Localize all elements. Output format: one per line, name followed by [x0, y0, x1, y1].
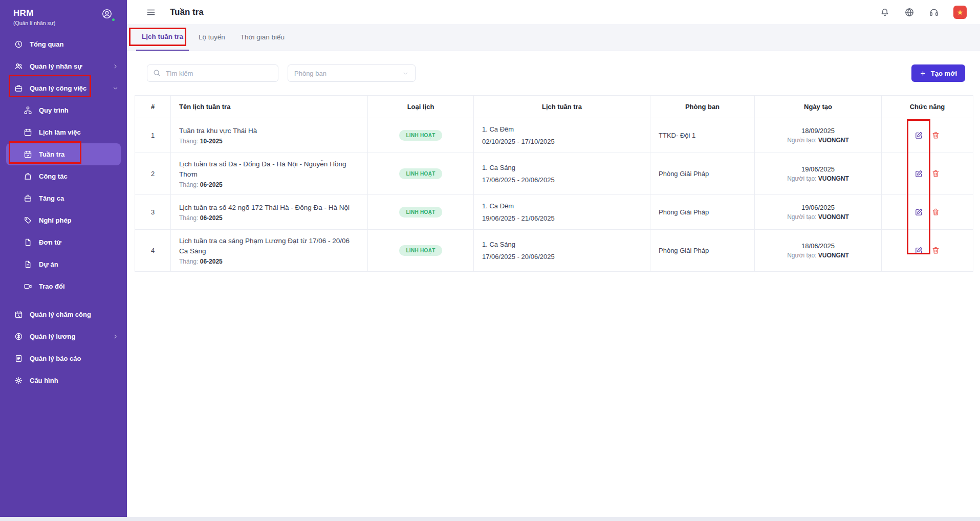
sidebar-item-quan-ly-cham-cong[interactable]: Quản lý chấm công — [0, 303, 127, 325]
sidebar-item-quan-ly-nhan-su[interactable]: Quản lý nhân sự — [0, 55, 127, 77]
edit-icon — [914, 208, 923, 216]
row-schedule-cell: 1. Ca Sáng 17/06/2025 - 20/06/2025 — [474, 230, 650, 272]
date-range: 02/10/2025 - 17/10/2025 — [482, 137, 642, 147]
schedule-name[interactable]: Tuần tra khu vực Thái Hà — [179, 126, 359, 136]
row-schedule-cell: 1. Ca Đêm 02/10/2025 - 17/10/2025 — [474, 118, 650, 153]
created-date: 18/09/2025 — [763, 127, 873, 135]
chevron-down-icon — [402, 70, 409, 77]
trash-icon — [931, 208, 940, 216]
row-actions-cell — [882, 153, 973, 195]
chevron-right-icon — [112, 333, 119, 340]
created-date: 19/06/2025 — [763, 204, 873, 211]
sidebar-item-label: Cấu hình — [30, 377, 58, 384]
schedule-name[interactable]: Lịch tuần tra ca sáng Phạm Lương Đạt từ … — [179, 236, 359, 256]
sidebar-item-label: Quản lý nhân sự — [30, 62, 82, 70]
online-status-dot — [111, 17, 116, 22]
tab-lo-tuyen[interactable]: Lộ tuyến — [193, 24, 231, 51]
sidebar-item-label: Tuần tra — [39, 150, 64, 158]
row-type-cell: LINH HOẠT — [368, 118, 474, 153]
department-select[interactable]: Phòng ban — [288, 64, 416, 82]
chevron-right-icon — [112, 63, 119, 70]
sidebar-item-don-tu[interactable]: Đơn từ — [0, 231, 127, 253]
month-label: Tháng: — [179, 138, 198, 145]
creator-line: Người tạo: VUONGNT — [763, 252, 873, 259]
tab-lich-tuan-tra[interactable]: Lịch tuần tra — [136, 24, 189, 51]
sidebar-item-quan-ly-bao-cao[interactable]: Quản lý báo cáo — [0, 348, 127, 370]
shift-name: 1. Ca Sáng — [482, 163, 642, 173]
sidebar-item-nghi-phep[interactable]: Nghỉ phép — [0, 209, 127, 231]
schedule-name[interactable]: Lịch tuần tra số 42 ngõ 172 Thái Hà - Đố… — [179, 203, 359, 213]
edit-button[interactable] — [914, 208, 923, 216]
sidebar-item-label: Tăng ca — [39, 194, 64, 202]
sidebar-item-quan-ly-cong-viec[interactable]: Quản lý công việc — [0, 77, 127, 99]
sidebar-item-cau-hinh[interactable]: Cấu hình — [0, 370, 127, 392]
row-created-cell: 18/09/2025 Người tạo: VUONGNT — [755, 118, 882, 153]
schedule-month: Tháng: 06-2025 — [179, 258, 359, 265]
row-name-cell: Lịch tuần tra số 42 ngõ 172 Thái Hà - Đố… — [171, 195, 368, 230]
tab-thoi-gian-bieu[interactable]: Thời gian biểu — [235, 24, 290, 51]
delete-button[interactable] — [931, 208, 940, 216]
row-name-cell: Tuần tra khu vực Thái Hà Tháng: 10-2025 — [171, 118, 368, 153]
sidebar-item-quan-ly-luong[interactable]: Quản lý lương — [0, 325, 127, 348]
shift-name: 1. Ca Đêm — [482, 201, 642, 211]
edit-button[interactable] — [914, 131, 923, 140]
sidebar-item-cong-tac[interactable]: Công tác — [0, 165, 127, 187]
sidebar-item-tong-quan[interactable]: Tổng quan — [0, 33, 127, 55]
sidebar-item-tang-ca[interactable]: Tăng ca — [0, 187, 127, 209]
row-department: Phòng Giải Pháp — [650, 230, 755, 272]
type-badge: LINH HOẠT — [399, 168, 442, 179]
date-range: 19/06/2025 - 21/06/2025 — [482, 213, 642, 224]
support-headset-icon[interactable] — [929, 7, 939, 17]
bell-icon[interactable] — [880, 7, 890, 17]
edit-button[interactable] — [914, 169, 923, 178]
create-button[interactable]: Tạo mới — [911, 64, 965, 82]
row-type-cell: LINH HOẠT — [368, 230, 474, 272]
department-select-placeholder: Phòng ban — [294, 70, 326, 77]
sidebar-item-lich-lam-viec[interactable]: Lịch làm việc — [0, 121, 127, 143]
col-department: Phòng ban — [650, 96, 755, 118]
sidebar-item-label: Trao đổi — [39, 283, 65, 290]
workflow-icon — [24, 106, 32, 115]
main-area: Tuần tra ★ Lịch tuần tra Lộ tuyến Thời g… — [127, 0, 980, 517]
vietnam-flag-icon[interactable]: ★ — [953, 6, 967, 19]
row-created-cell: 19/06/2025 Người tạo: VUONGNT — [755, 153, 882, 195]
sidebar-item-trao-doi[interactable]: Trao đổi — [0, 275, 127, 297]
delete-button[interactable] — [931, 246, 940, 255]
sidebar-item-du-an[interactable]: Dự án — [0, 253, 127, 275]
creator-label: Người tạo: — [787, 252, 816, 259]
edit-button[interactable] — [914, 246, 923, 255]
app-subtitle: (Quản lí nhân sự) — [13, 20, 55, 26]
table-row: 2 Lịch tuần tra số Đa - Đống Đa - Hà Nội… — [135, 153, 973, 195]
creator-line: Người tạo: VUONGNT — [763, 137, 873, 144]
col-schedule: Lịch tuần tra — [474, 96, 650, 118]
sidebar-item-quy-trinh[interactable]: Quy trình — [0, 99, 127, 121]
page-title: Tuần tra — [170, 7, 204, 17]
briefcase-icon — [14, 84, 23, 93]
row-name-cell: Lịch tuần tra số Đa - Đống Đa - Hà Nội -… — [171, 153, 368, 195]
sidebar-item-label: Quy trình — [39, 106, 69, 114]
globe-icon[interactable] — [904, 7, 914, 17]
user-avatar[interactable] — [101, 8, 115, 21]
hamburger-menu-icon[interactable] — [146, 7, 156, 17]
calendar-check-icon — [24, 150, 32, 159]
type-badge: LINH HOẠT — [399, 207, 442, 218]
content-panel: Phòng ban Tạo mới # Tên lịch tuần tra Lo… — [127, 51, 980, 517]
month-label: Tháng: — [179, 214, 198, 222]
table-row: 3 Lịch tuần tra số 42 ngõ 172 Thái Hà - … — [135, 195, 973, 230]
date-range: 17/06/2025 - 20/06/2025 — [482, 252, 642, 262]
calendar-icon — [24, 128, 32, 137]
sidebar-item-label: Quản lý lương — [30, 333, 75, 340]
row-index: 1 — [135, 118, 171, 153]
month-value: 10-2025 — [200, 138, 223, 145]
schedule-name[interactable]: Lịch tuần tra số Đa - Đống Đa - Hà Nội -… — [179, 159, 359, 179]
header-actions: ★ — [880, 6, 967, 19]
row-name-cell: Lịch tuần tra ca sáng Phạm Lương Đạt từ … — [171, 230, 368, 272]
row-schedule-cell: 1. Ca Sáng 17/06/2025 - 20/06/2025 — [474, 153, 650, 195]
sidebar-item-tuan-tra[interactable]: Tuần tra — [6, 143, 121, 165]
delete-button[interactable] — [931, 169, 940, 178]
table-row: 1 Tuần tra khu vực Thái Hà Tháng: 10-202… — [135, 118, 973, 153]
delete-button[interactable] — [931, 131, 940, 140]
search-input[interactable] — [147, 64, 278, 82]
row-schedule-cell: 1. Ca Đêm 19/06/2025 - 21/06/2025 — [474, 195, 650, 230]
creator-value: VUONGNT — [818, 175, 849, 182]
